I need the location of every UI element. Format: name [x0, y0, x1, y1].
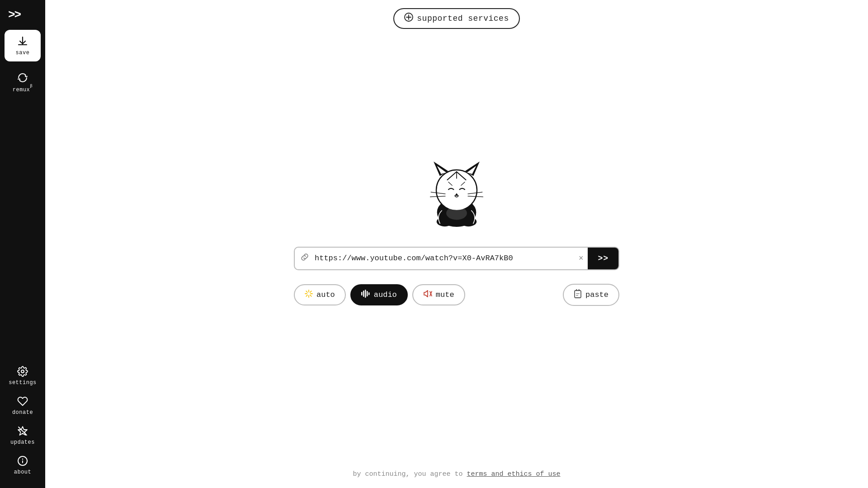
updates-icon	[16, 425, 29, 437]
save-label: save	[16, 50, 30, 56]
sidebar-logo[interactable]: >>	[0, 8, 20, 22]
url-link-icon	[295, 253, 315, 264]
about-label: about	[14, 469, 32, 475]
close-icon: ×	[579, 253, 584, 263]
heart-icon	[16, 395, 29, 408]
auto-mode-button[interactable]: auto	[294, 284, 346, 305]
svg-rect-24	[361, 292, 363, 296]
settings-button[interactable]: settings	[0, 361, 45, 390]
svg-rect-26	[365, 290, 366, 298]
about-button[interactable]: about	[0, 450, 45, 480]
settings-icon	[16, 365, 29, 378]
supported-services-label: supported services	[417, 14, 509, 23]
url-go-button[interactable]: >>	[588, 248, 618, 269]
cat-mascot	[416, 150, 497, 233]
url-bar: × >>	[294, 247, 619, 270]
url-input[interactable]	[315, 248, 574, 269]
audio-mode-button[interactable]: audio	[350, 284, 408, 305]
svg-rect-25	[363, 291, 364, 297]
svg-rect-28	[368, 292, 370, 295]
updates-button[interactable]: updates	[0, 420, 45, 450]
audio-icon	[361, 290, 370, 300]
svg-point-23	[446, 206, 467, 220]
mute-icon	[423, 290, 432, 300]
mode-row: auto audio	[294, 284, 619, 306]
supported-services-button[interactable]: supported services	[393, 8, 519, 29]
url-clear-button[interactable]: ×	[574, 253, 588, 263]
about-icon	[16, 455, 29, 467]
sidebar: >> save remuxβ	[0, 0, 45, 488]
auto-label: auto	[316, 291, 335, 299]
footer-text: by continuing, you agree to	[353, 470, 467, 478]
settings-label: settings	[9, 380, 37, 386]
audio-label: audio	[374, 291, 397, 299]
svg-rect-32	[576, 293, 580, 294]
svg-rect-33	[576, 295, 578, 296]
terms-link[interactable]: terms and ethics of use	[467, 470, 561, 478]
remux-button[interactable]: remuxβ	[0, 67, 45, 98]
auto-icon	[305, 290, 313, 300]
go-arrows-icon: >>	[598, 254, 609, 263]
svg-point-0	[21, 370, 24, 373]
svg-rect-31	[575, 291, 581, 298]
main-content: supported services	[45, 0, 868, 488]
center-area: × >> auto	[45, 29, 868, 462]
save-button[interactable]: save	[5, 30, 41, 61]
donate-button[interactable]: donate	[0, 390, 45, 420]
paste-button[interactable]: paste	[563, 284, 619, 306]
paste-label: paste	[585, 291, 609, 299]
save-icon	[16, 35, 29, 48]
mute-mode-button[interactable]: mute	[412, 284, 465, 305]
plus-icon	[404, 13, 413, 24]
remux-label: remuxβ	[13, 86, 33, 93]
footer: by continuing, you agree to terms and et…	[45, 462, 868, 488]
updates-label: updates	[10, 439, 35, 446]
paste-icon	[574, 289, 582, 300]
mute-label: mute	[436, 291, 454, 299]
donate-label: donate	[12, 409, 33, 416]
svg-rect-27	[367, 291, 368, 296]
topbar: supported services	[45, 0, 868, 29]
remux-icon	[16, 71, 29, 84]
